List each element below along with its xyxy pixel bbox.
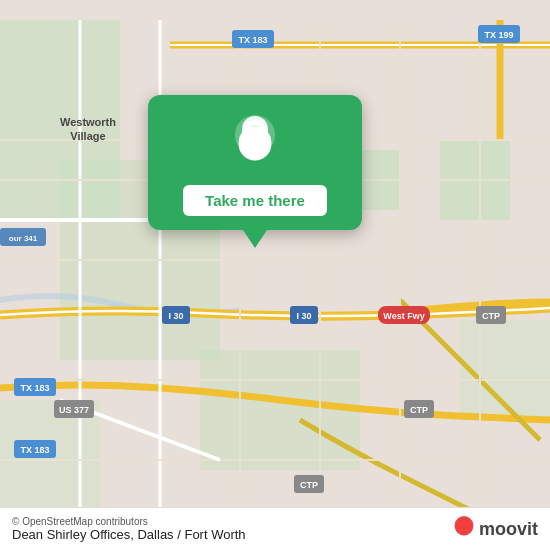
svg-text:CTP: CTP bbox=[410, 405, 428, 415]
location-name: Dean Shirley Offices, Dallas / Fort Wort… bbox=[12, 527, 246, 542]
popup-card: Take me there bbox=[148, 95, 362, 230]
svg-text:US 377: US 377 bbox=[59, 405, 89, 415]
svg-text:I 30: I 30 bbox=[168, 311, 183, 321]
svg-text:TX 199: TX 199 bbox=[484, 30, 513, 40]
svg-text:Village: Village bbox=[70, 130, 105, 142]
map-svg: TX 183 TX 199 our 341 I 30 I 30 West Fwy… bbox=[0, 0, 550, 550]
svg-text:TX 183: TX 183 bbox=[20, 445, 49, 455]
bottom-bar: © OpenStreetMap contributors Dean Shirle… bbox=[0, 507, 550, 550]
location-info: © OpenStreetMap contributors Dean Shirle… bbox=[12, 516, 246, 542]
map-pin-icon bbox=[235, 127, 275, 175]
svg-text:TX 183: TX 183 bbox=[238, 35, 267, 45]
svg-text:TX 183: TX 183 bbox=[20, 383, 49, 393]
moovit-label: moovit bbox=[479, 519, 538, 540]
svg-text:CTP: CTP bbox=[300, 480, 318, 490]
svg-text:CTP: CTP bbox=[482, 311, 500, 321]
osm-credit: © OpenStreetMap contributors bbox=[12, 516, 246, 527]
svg-text:I 30: I 30 bbox=[296, 311, 311, 321]
map-container: TX 183 TX 199 our 341 I 30 I 30 West Fwy… bbox=[0, 0, 550, 550]
svg-text:our 341: our 341 bbox=[9, 234, 38, 243]
moovit-pin-icon bbox=[453, 516, 475, 542]
svg-text:Westworth: Westworth bbox=[60, 116, 116, 128]
moovit-logo: moovit bbox=[453, 516, 538, 542]
take-me-there-button[interactable]: Take me there bbox=[183, 185, 327, 216]
svg-text:West Fwy: West Fwy bbox=[383, 311, 424, 321]
svg-rect-5 bbox=[200, 350, 360, 470]
